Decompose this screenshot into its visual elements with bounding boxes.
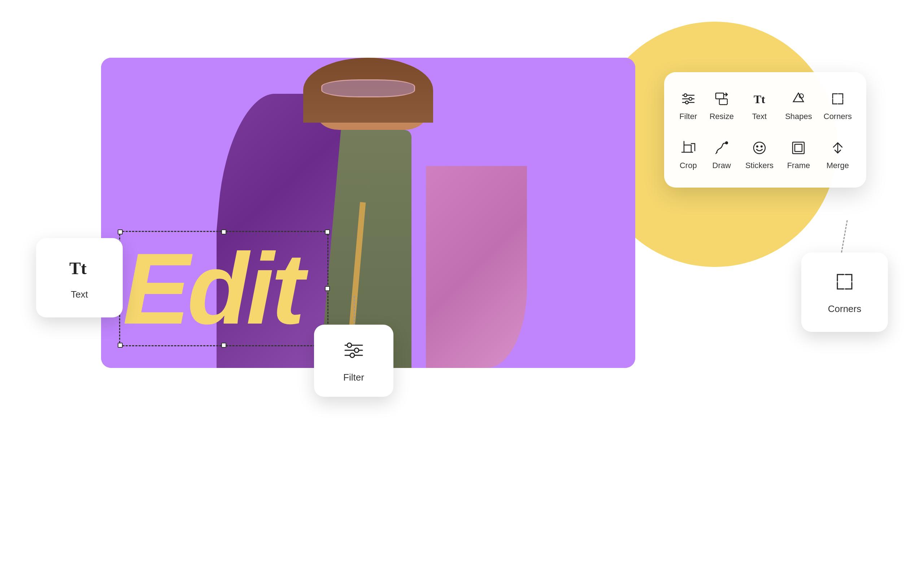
shapes-label: Shapes	[785, 112, 812, 121]
toolbar-panel: Filter Resize Tt Text Sh	[664, 72, 866, 187]
floating-text-card[interactable]: Tt Text	[36, 238, 123, 318]
svg-line-29	[838, 143, 842, 147]
merge-label: Merge	[827, 161, 849, 170]
corners-large-icon	[833, 270, 856, 298]
canvas-edit-text: Edit	[123, 238, 302, 339]
stickers-icon	[750, 138, 769, 157]
text-label: Text	[752, 112, 767, 121]
filter-card-label: Filter	[343, 372, 364, 383]
filter-large-icon	[342, 339, 365, 366]
canvas-area: Edit	[101, 58, 635, 368]
tool-resize[interactable]: Resize	[707, 84, 737, 127]
svg-rect-26	[795, 144, 802, 151]
tool-corners[interactable]: Corners	[821, 84, 855, 127]
tool-text[interactable]: Tt Text	[743, 84, 776, 127]
svg-text:Tt: Tt	[754, 93, 765, 106]
tool-merge[interactable]: Merge	[821, 133, 855, 176]
resize-icon	[712, 89, 731, 108]
tool-stickers[interactable]: Stickers	[743, 133, 776, 176]
svg-rect-6	[716, 93, 724, 99]
draw-label: Draw	[712, 161, 731, 170]
svg-point-5	[685, 101, 688, 104]
filter-label: Filter	[679, 112, 697, 121]
corners-card-label: Corners	[828, 303, 861, 315]
tool-draw[interactable]: Draw	[707, 133, 737, 176]
text-large-icon: Tt	[68, 256, 91, 283]
crop-icon	[679, 138, 698, 157]
corners-icon	[829, 89, 847, 108]
svg-point-23	[756, 145, 758, 148]
svg-line-28	[833, 143, 838, 147]
svg-point-4	[689, 97, 692, 100]
stickers-label: Stickers	[745, 161, 773, 170]
svg-point-36	[347, 343, 351, 347]
floating-filter-card[interactable]: Filter	[314, 325, 393, 397]
svg-point-22	[754, 142, 765, 154]
svg-text:Tt: Tt	[69, 259, 87, 278]
svg-point-24	[760, 145, 763, 148]
floating-corners-card[interactable]: Corners	[801, 253, 888, 332]
resize-label: Resize	[709, 112, 734, 121]
svg-point-38	[350, 353, 355, 357]
dashed-line-corners	[840, 220, 848, 256]
svg-point-3	[684, 94, 687, 97]
filter-icon	[679, 89, 698, 108]
merge-icon	[829, 138, 847, 157]
crop-label: Crop	[680, 161, 697, 170]
frame-label: Frame	[787, 161, 810, 170]
text-card-label: Text	[71, 289, 88, 300]
tool-shapes[interactable]: Shapes	[782, 84, 815, 127]
shapes-icon	[789, 89, 808, 108]
tool-crop[interactable]: Crop	[676, 133, 701, 176]
tool-frame[interactable]: Frame	[782, 133, 815, 176]
svg-point-37	[355, 348, 359, 353]
tool-filter[interactable]: Filter	[676, 84, 701, 127]
draw-icon	[712, 138, 731, 157]
svg-rect-7	[719, 99, 727, 105]
text-icon: Tt	[750, 89, 769, 108]
svg-point-21	[725, 142, 728, 144]
corners-label: Corners	[824, 112, 852, 121]
frame-icon	[789, 138, 808, 157]
